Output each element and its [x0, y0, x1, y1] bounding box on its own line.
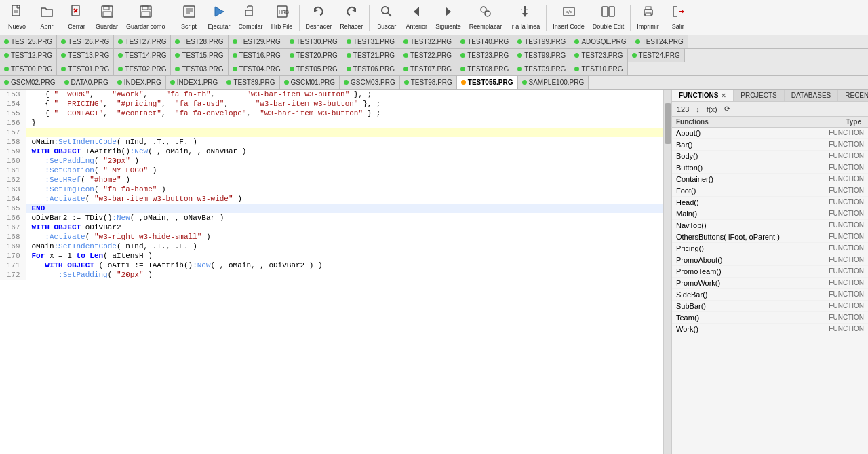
tab-test055-prg[interactable]: TEST055.PRG — [457, 76, 518, 89]
code-editor[interactable]: 153 { " WORK", "#work", "fa fa-th", "w3-… — [0, 90, 663, 454]
tab-test28-prg[interactable]: TEST28.PRG — [171, 35, 228, 48]
tab-test98-prg[interactable]: TEST98.PRG — [400, 76, 457, 89]
right-tab-projects[interactable]: PROJECTS — [734, 90, 784, 101]
abrir-button[interactable]: Abrir — [33, 2, 61, 33]
reemplazar-button[interactable]: Reemplazar — [466, 2, 506, 33]
tab-test24-prg[interactable]: TEST24.PRG — [631, 35, 688, 48]
tab-test40-prg[interactable]: TEST40.PRG — [456, 35, 513, 48]
right-tab-functions[interactable]: FUNCTIONS✕ — [672, 90, 734, 101]
right-tab-databases[interactable]: DATABASES — [785, 90, 839, 101]
tab-test12-prg[interactable]: TEST12.PRG — [0, 49, 57, 62]
function-item[interactable]: SideBar()FUNCTION — [672, 289, 868, 301]
code-line[interactable]: 156} — [0, 118, 663, 128]
code-line[interactable]: 168 :Activate( "w3-right w3-hide-small" … — [0, 232, 663, 242]
tab-test01-prg[interactable]: TEST01.PRG — [57, 62, 114, 75]
right-tab-recents[interactable]: RECENTS — [838, 90, 868, 101]
code-line[interactable]: 170For x = 1 to Len( aItensH ) — [0, 251, 663, 261]
tab-test03-prg[interactable]: TEST03.PRG — [171, 62, 228, 75]
tab-test15-prg[interactable]: TEST15.PRG — [171, 49, 228, 62]
function-item[interactable]: NavTop()FUNCTION — [672, 220, 868, 231]
tab-test31-prg[interactable]: TEST31.PRG — [342, 35, 399, 48]
function-item[interactable]: Head()FUNCTION — [672, 197, 868, 208]
tab-test02-prg[interactable]: TEST02.PRG — [114, 62, 171, 75]
cerrar-button[interactable]: Cerrar — [62, 2, 91, 33]
code-line[interactable]: 160 :SetPadding( "20px" ) — [0, 156, 663, 166]
tab-test07-prg[interactable]: TEST07.PRG — [399, 62, 456, 75]
function-item[interactable]: PromoWork()FUNCTION — [672, 278, 868, 289]
tab-gscm01-prg[interactable]: GSCM01.PRG — [280, 76, 340, 89]
code-line[interactable]: 155 { " CONTACT", "#contact", "fa fa-env… — [0, 109, 663, 118]
ir-a-linea-button[interactable]: Ir a la linea — [507, 2, 543, 33]
code-line[interactable]: 163 :SetImgIcon( "fa fa-home" ) — [0, 185, 663, 194]
tab-gscm02-prg[interactable]: GSCM02.PRG — [0, 76, 60, 89]
code-line[interactable]: 153 { " WORK", "#work", "fa fa-th", "w3-… — [0, 90, 663, 99]
imprimir-button[interactable]: Imprimir — [633, 2, 663, 33]
function-item[interactable]: Body()FUNCTION — [672, 151, 868, 162]
tab-gscm03-prg[interactable]: GSCM03.PRG — [340, 76, 400, 89]
guardar-como-button[interactable]: + Guardar como — [123, 2, 169, 33]
ejecutar-button[interactable]: Ejecutar — [205, 2, 234, 33]
code-line[interactable]: 165END — [0, 204, 663, 213]
compilar-button[interactable]: Compilar — [235, 2, 267, 33]
tab-test29-prg[interactable]: TEST29.PRG — [229, 35, 285, 48]
tab-test06-prg[interactable]: TEST06.PRG — [342, 62, 399, 75]
code-line[interactable]: 154 { " PRICING", "#pricing", "fa fa-usd… — [0, 99, 663, 109]
siguiente-button[interactable]: Siguiente — [432, 2, 465, 33]
function-item[interactable]: Container()FUNCTION — [672, 174, 868, 185]
tab-test23-prg[interactable]: TEST23.PRG — [570, 49, 627, 62]
tab-test24-prg[interactable]: TEST24.PRG — [628, 49, 685, 62]
buscar-button[interactable]: Buscar — [372, 2, 401, 33]
guardar-button[interactable]: Guardar — [92, 2, 121, 33]
tab-data0-prg[interactable]: DATA0.PRG — [60, 76, 113, 89]
tab-test20-prg[interactable]: TEST20.PRG — [285, 49, 342, 62]
tab-test08-prg[interactable]: TEST08.PRG — [456, 62, 513, 75]
function-item[interactable]: PromoAbout()FUNCTION — [672, 254, 868, 266]
tab-test16-prg[interactable]: TEST16.PRG — [229, 49, 285, 62]
code-line[interactable]: 157 — [0, 128, 663, 137]
tab-test30-prg[interactable]: TEST30.PRG — [285, 35, 342, 48]
filter-button[interactable]: ↕ — [694, 105, 702, 114]
code-line[interactable]: 167WITH OBJECT oDivBar2 — [0, 223, 663, 232]
code-line[interactable]: 159WITH OBJECT TAAttrib():New( , oMain, … — [0, 147, 663, 156]
function-item[interactable]: PromoTeam()FUNCTION — [672, 266, 868, 278]
insert-code-button[interactable]: </> Insert Code — [549, 2, 588, 33]
tab-test00-prg[interactable]: TEST00.PRG — [0, 62, 57, 75]
function-item[interactable]: Button()FUNCTION — [672, 162, 868, 174]
function-item[interactable]: Bar()FUNCTION — [672, 139, 868, 151]
tab-index1-prg[interactable]: INDEX1.PRG — [166, 76, 223, 89]
tab-test22-prg[interactable]: TEST22.PRG — [399, 49, 456, 62]
code-line[interactable]: 158oMain:SetIndentCode( nInd, .T., .F. ) — [0, 137, 663, 147]
double-edit-button[interactable]: Double Edit — [589, 2, 628, 33]
code-line[interactable]: 172 :SetPadding( "20px" ) — [0, 270, 663, 280]
tab-test04-prg[interactable]: TEST04.PRG — [229, 62, 285, 75]
tab-test21-prg[interactable]: TEST21.PRG — [342, 49, 399, 62]
function-item[interactable]: Work()FUNCTION — [672, 324, 868, 335]
tab-index-prg[interactable]: INDEX.PRG — [113, 76, 166, 89]
function-item[interactable]: OthersButtons( lFoot, oParent )FUNCTION — [672, 231, 868, 243]
script-button[interactable]: Script — [175, 2, 203, 33]
tab-test99-prg[interactable]: TEST99.PRG — [513, 35, 570, 48]
tab-test14-prg[interactable]: TEST14.PRG — [114, 49, 171, 62]
function-item[interactable]: About()FUNCTION — [672, 128, 868, 139]
anterior-button[interactable]: Anterior — [402, 2, 431, 33]
function-item[interactable]: Main()FUNCTION — [672, 208, 868, 220]
tab-test05-prg[interactable]: TEST05.PRG — [285, 62, 342, 75]
tab-test25-prg[interactable]: TEST25.PRG — [0, 35, 57, 48]
function-item[interactable]: Pricing()FUNCTION — [672, 243, 868, 254]
hrb-file-button[interactable]: HRB Hrb File — [268, 2, 296, 33]
sort-button[interactable]: 123 — [675, 105, 691, 114]
nuevo-button[interactable]: Nuevo — [3, 2, 31, 33]
tab-test27-prg[interactable]: TEST27.PRG — [114, 35, 171, 48]
vertical-scrollbar[interactable] — [663, 90, 671, 454]
code-line[interactable]: 169oMain:SetIndentCode( nInd, .T., .F. ) — [0, 242, 663, 251]
code-line[interactable]: 162 :SetHRef( "#home" ) — [0, 175, 663, 185]
fx-button[interactable]: f(x) — [705, 105, 719, 114]
tab-test09-prg[interactable]: TEST09.PRG — [513, 62, 570, 75]
tab-test26-prg[interactable]: TEST26.PRG — [57, 35, 114, 48]
deshacer-button[interactable]: Deshacer — [302, 2, 336, 33]
tab-sample100-prg[interactable]: SAMPLE100.PRG — [518, 76, 589, 89]
close-right-tab-icon[interactable]: ✕ — [721, 92, 726, 99]
function-item[interactable]: Team()FUNCTION — [672, 312, 868, 324]
tab-test10-prg[interactable]: TEST10.PRG — [570, 62, 627, 75]
scrollbar-thumb[interactable] — [665, 103, 671, 144]
